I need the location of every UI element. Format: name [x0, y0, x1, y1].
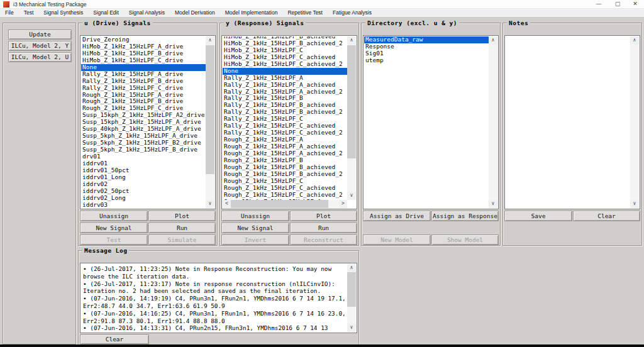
scroll-thumb[interactable]	[231, 200, 328, 208]
y-signal-item[interactable]: Rally_Z_1kHz_15HzLPF_C_achieved	[223, 123, 347, 129]
y-signal-item[interactable]: Rally_Z_1kHz_15HzLPF_A_achieved_2	[223, 89, 347, 96]
scroll-thumb[interactable]	[347, 272, 356, 307]
menu-item-test[interactable]: Test	[19, 9, 39, 17]
log-line[interactable]: Err2:48.7 44.0 34.7, Err1:63.6 61.9 50.9	[83, 302, 347, 310]
scroll-down-icon[interactable]: ∨	[347, 324, 356, 332]
directory-item[interactable]: Response	[364, 43, 489, 50]
y-signal-item[interactable]: Rough_Z_1kHz_15HzLPF_B_achieved	[223, 164, 347, 171]
u-signal-item[interactable]: None	[81, 64, 206, 71]
log-clear-button[interactable]: Clear	[80, 334, 149, 344]
u-signals-listbox[interactable]: Drive_ZeroingHiMob_Z_1kHz_15HzLPF_A_driv…	[80, 35, 216, 209]
y-signal-item[interactable]: Rough_Z_1kHz_15HzLPF_C_achieved	[223, 185, 347, 192]
u-signal-item[interactable]: Rough_Z_1kHz_15HzLPF_C_drive	[81, 105, 206, 112]
y-signal-item[interactable]: HiMob_Z_1kHz_15HzLPF_C_achieved	[223, 54, 347, 61]
y-signal-item[interactable]: Rally_Z_1kHz_15HzLPF_C	[223, 116, 347, 123]
y-run-button[interactable]: Run	[290, 223, 357, 233]
scroll-down-icon[interactable]: ∨	[206, 200, 214, 208]
u-vertical-scrollbar[interactable]: ∧ ∨	[206, 36, 214, 208]
y-unassign-button[interactable]: Unassign	[221, 211, 289, 221]
log-vertical-scrollbar[interactable]: ∧ ∨	[347, 264, 356, 332]
directory-item[interactable]: utemp	[364, 57, 489, 64]
u-signal-item[interactable]: Susp_5kph_Z_1kHz_15HzLPF_B_drive	[81, 146, 206, 153]
menu-item-model-derivation[interactable]: Model Derivation	[170, 9, 220, 17]
scroll-thumb[interactable]	[347, 45, 356, 158]
notes-textarea[interactable]: ∧ ∨	[504, 35, 640, 209]
u-plot-button[interactable]: Plot	[148, 211, 216, 221]
y-signal-item[interactable]: Rough_Z_1kHz_15HzLPF_A_achieved	[223, 143, 347, 150]
u-signal-item[interactable]: Susp_15kph_Z_1kHz_15HzLPF_A_drive	[81, 119, 206, 126]
y-signal-item[interactable]: Rally_Z_1kHz_15HzLPF_B_achieved	[223, 102, 347, 109]
scroll-down-icon[interactable]: ∨	[347, 192, 356, 200]
y-signal-item[interactable]: HiMob_Z_1kHz_15HzLPF_C_achieved_2	[223, 61, 347, 68]
u-signal-item[interactable]: HiMob_Z_1kHz_15HzLPF_B_drive	[81, 50, 206, 57]
log-line[interactable]: browse the ILC iteration data.	[83, 273, 347, 280]
menu-item-file[interactable]: File	[0, 9, 19, 17]
ilcu-model2-y-button[interactable]: ILCu, Model 2, Y	[8, 41, 72, 51]
u-run-button[interactable]: Run	[148, 223, 216, 233]
menu-item-signal-analysis[interactable]: Signal Analysis	[124, 9, 170, 17]
y-signal-item[interactable]: Rally_Z_1kHz_15HzLPF_A_achieved	[223, 82, 347, 89]
directory-vertical-scrollbar[interactable]: ∧ ∨	[489, 36, 497, 208]
u-signal-item[interactable]: iddrv02	[81, 181, 206, 188]
u-signal-item[interactable]: Susp_5kph_Z_1kHz_15HzLPF_A_drive	[81, 133, 206, 140]
scroll-up-icon[interactable]: ∧	[489, 36, 497, 45]
u-signal-item[interactable]: Rough_Z_1kHz_15HzLPF_A_drive	[81, 92, 206, 99]
menu-item-repetitive-test[interactable]: Repetitive Test	[282, 9, 328, 17]
scroll-up-icon[interactable]: ∧	[347, 36, 356, 45]
y-horizontal-scrollbar[interactable]: < >	[223, 200, 347, 208]
directory-item[interactable]: MeasuredData_raw	[364, 36, 489, 43]
notes-save-button[interactable]: Save	[504, 211, 572, 221]
y-signal-item[interactable]: HiMob_Z_1kHz_15HzLPF_B_achieved_2	[223, 40, 347, 47]
notes-content[interactable]	[506, 36, 630, 208]
menu-item-fatigue-analysis[interactable]: Fatigue Analysis	[328, 9, 377, 17]
u-signal-item[interactable]: Susp_15kph_Z_1kHz_15HzLPF_A2_drive	[81, 112, 206, 119]
log-line[interactable]: • (26-Jul-2017, 11:23:17) Note in respon…	[83, 280, 347, 288]
y-signal-item[interactable]: Rough_Z_1kHz_15HzLPF_A	[223, 136, 347, 143]
y-signals-listbox[interactable]: HiMob_Z_1kHz_15HzLPF_B_achievedHiMob_Z_1…	[221, 35, 357, 209]
y-signal-item[interactable]: Rally_Z_1kHz_15HzLPF_A	[223, 75, 347, 82]
scroll-up-icon[interactable]: ∧	[206, 36, 214, 45]
u-unassign-button[interactable]: Unassign	[80, 211, 148, 221]
scroll-thumb[interactable]	[206, 45, 214, 174]
minimize-button[interactable]: —	[590, 0, 608, 9]
y-signal-item[interactable]: Rally_Z_1kHz_15HzLPF_B_achieved_2	[223, 109, 347, 116]
message-log-listbox[interactable]: • (26-Jul-2017, 11:23:25) Note in Respon…	[80, 263, 357, 333]
notes-vertical-scrollbar[interactable]: ∧ ∨	[630, 36, 639, 208]
u-signal-item[interactable]: HiMob_Z_1kHz_15HzLPF_C_drive	[81, 57, 206, 64]
u-signal-item[interactable]: Susp_5kph_Z_1kHz_15HzLPF_B2_drive	[81, 140, 206, 146]
scroll-left-icon[interactable]: <	[223, 200, 231, 208]
directory-listbox[interactable]: MeasuredData_rawResponseSig01utemp ∧ ∨	[363, 35, 499, 209]
y-signal-item[interactable]: HiMob_Z_1kHz_15HzLPF_C	[223, 47, 347, 54]
scroll-right-icon[interactable]: >	[339, 200, 347, 208]
y-signal-item[interactable]: Rough_Z_1kHz_15HzLPF_C	[223, 178, 347, 185]
y-signal-item[interactable]: Rough_Z_1kHz_15HzLPF_B	[223, 157, 347, 164]
scroll-up-icon[interactable]: ∧	[630, 36, 639, 45]
u-signal-item[interactable]: iddrv01_Long	[81, 174, 206, 181]
y-plot-button[interactable]: Plot	[290, 211, 357, 221]
u-signal-item[interactable]: iddrv02_Long	[81, 195, 206, 202]
y-signal-item[interactable]: Rough_Z_1kHz_15HzLPF_B_achieved_2	[223, 171, 347, 178]
directory-item[interactable]: Sig01	[364, 50, 489, 57]
u-new-signal-button[interactable]: New Signal	[80, 223, 148, 233]
u-signal-item[interactable]: Susp_40kph_Z_1kHz_15HzLPF_A_drive	[81, 126, 206, 133]
u-signal-item[interactable]: iddrv01_50pct	[81, 167, 206, 174]
y-signal-item[interactable]: Rough_Z_1kHz_15HzLPF_C_achieved_2	[223, 192, 347, 199]
maximize-button[interactable]: ▢	[609, 0, 626, 9]
u-signal-item[interactable]: Rally_Z_1kHz_15HzLPF_B_drive	[81, 78, 206, 85]
menu-item-model-implementation[interactable]: Model Implementation	[220, 9, 283, 17]
menu-item-signal-edit[interactable]: Signal Edit	[88, 9, 124, 17]
y-vertical-scrollbar[interactable]: ∧ ∨	[347, 36, 356, 200]
u-signal-item[interactable]: iddrv03	[81, 202, 206, 209]
y-invert-button[interactable]: Invert	[221, 234, 289, 245]
y-new-signal-button[interactable]: New Signal	[221, 223, 289, 233]
u-signal-item[interactable]: Rally_Z_1kHz_15HzLPF_A_drive	[81, 71, 206, 78]
u-test-button[interactable]: Test	[80, 234, 148, 245]
close-button[interactable]: ✕	[626, 0, 644, 9]
scroll-down-icon[interactable]: ∨	[630, 200, 639, 208]
u-signal-item[interactable]: drv01	[81, 153, 206, 160]
y-signal-item[interactable]: Rally_Z_1kHz_15HzLPF_C_achieved_2	[223, 129, 347, 136]
log-line[interactable]: • (07-Jun-2016, 14:16:25) C4, PRun3n1, F…	[83, 310, 347, 317]
log-line[interactable]: • (26-Jul-2017, 11:23:25) Note in Respon…	[83, 265, 347, 273]
log-line[interactable]: • (07-Jun-2016, 14:13:31) C4, PRun2n15, …	[83, 324, 347, 332]
scroll-down-icon[interactable]: ∨	[489, 200, 497, 208]
